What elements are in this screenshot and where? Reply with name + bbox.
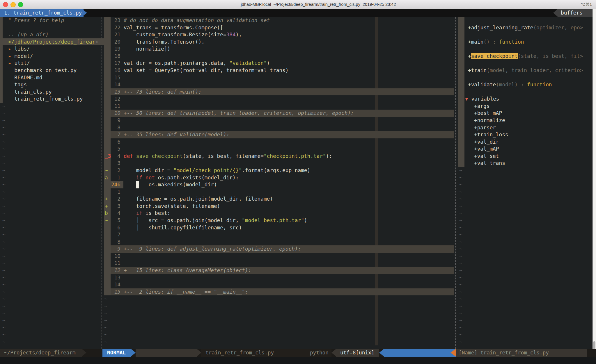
statusline-cwd: ~/Projects/deep_firearm [0,349,82,357]
code-line[interactable]: ~5 │ src = os.path.join(model_dir, "mode… [104,217,454,224]
code-line[interactable]: 11 [104,103,454,110]
tree-item[interactable]: benchmark_on_test.py [0,67,110,74]
code-line[interactable]: 7 [104,231,454,238]
code-line[interactable]: +2 filename = os.path.join(model_dir, fi… [104,195,454,203]
code-line[interactable]: 3 [104,160,454,167]
code-line[interactable]: 22val_trans = transforms.Compose([ [104,24,454,31]
fold-line[interactable]: 13+-- 73 lines: def main(): [104,88,454,96]
tag-item[interactable]: +adjust_learning_rate(optimizer, epo> [457,24,596,31]
tag-item[interactable] [457,31,596,38]
tag-item[interactable]: +parser [457,124,596,131]
code-line[interactable]: 14 [104,281,454,288]
sign-column-mark: + [105,195,108,203]
empty-line-tilde: ~ [0,195,104,203]
empty-line-tilde: ~ [0,203,104,210]
tree-item[interactable]: ▸ libs/ [0,45,110,53]
empty-line-tilde: ~ [457,210,594,217]
code-line[interactable]: 8 [104,238,454,246]
code-line[interactable]: 20 transforms.ToTensor(), [104,38,454,46]
fold-line[interactable]: 15+-- 2 lines: if __name__ == "__main__"… [104,288,454,296]
tag-item[interactable] [457,74,596,81]
empty-line-tilde: ~ [0,231,104,238]
line-number: 4 [111,210,120,217]
code-line[interactable]: 1 [104,188,454,196]
tree-item[interactable]: </jdhao/Projects/deep_firear> [0,38,110,46]
empty-line-tilde: ~ [0,260,104,267]
tag-item[interactable]: +val_dir [457,138,596,146]
empty-line-tilde: ~ [457,203,594,210]
tag-item[interactable]: ▼ variables [457,95,596,103]
code-line[interactable]: 12 [104,95,454,103]
tag-item[interactable]: +save_checkpoint(state, is_best, fil> [457,53,596,60]
window-separator-right[interactable] [455,17,456,349]
tag-item[interactable]: +val_set [457,153,596,160]
code-line[interactable]: 15 [104,74,454,81]
command-line[interactable] [0,357,596,364]
current-line-number: 246 [104,181,123,188]
fold-line[interactable]: 12+-- 15 lines: class AverageMeter(objec… [104,267,454,274]
tree-item[interactable] [0,24,110,31]
empty-line-tilde: ~ [0,303,104,310]
line-number: 3 [111,203,120,210]
code-line[interactable]: +3 torch.save(state, filename) [104,203,454,210]
tag-item[interactable] [457,17,596,24]
code-line[interactable]: 6 │ shutil.copyfile(filename, src) [104,224,454,231]
empty-line-tilde: ~ [0,338,104,346]
tree-item[interactable]: .. (up a dir) [0,31,110,38]
code-line[interactable]: a1 if not os.path.exists(model_dir): [104,174,454,181]
tag-item[interactable]: +val_trans [457,160,596,167]
tag-item[interactable]: +args [457,103,596,110]
tree-item[interactable]: tags [0,81,110,88]
code-line[interactable]: 11 [104,260,454,267]
mode-indicator: NORMAL [102,349,131,357]
tree-item[interactable]: README.md [0,74,110,81]
tree-item[interactable]: train_cls.py [0,88,110,96]
tree-item[interactable]: " Press ? for help [0,17,110,24]
code-line[interactable]: 13 [104,274,454,281]
tag-item[interactable]: +best_mAP [457,110,596,117]
filetype-label: python [303,349,331,357]
empty-line-tilde: ~ [457,274,594,281]
code-line[interactable]: 6 [104,138,454,146]
tag-item[interactable]: +val_mAP [457,145,596,153]
tab-train-retr-from-cls[interactable]: 1. train_retr_from_cls.py [0,9,84,17]
code-line[interactable]: ~2 model_dir = "model/check_point/{}".fo… [104,167,454,174]
tag-item[interactable]: +train_loss [457,131,596,138]
line-number: 23 [111,17,120,24]
code-line[interactable]: 8 [104,124,454,131]
empty-line-tilde: ~ [0,181,104,188]
fold-line[interactable]: 7+-- 35 lines: def validate(model): [104,131,454,138]
tag-item[interactable] [457,60,596,67]
code-line[interactable]: 19 normalize]) [104,45,454,53]
tree-item[interactable]: ▸ util/ [0,60,110,67]
fold-line[interactable]: 9+-- 9 lines: def adjust_learning_rate(o… [104,245,454,253]
code-line[interactable]: 23# do not do data augmentation on valid… [104,17,454,24]
line-number: 11 [111,103,120,110]
code-line[interactable]: 14 [104,81,454,88]
tag-item[interactable]: +validate(model) : function [457,81,596,88]
line-number: 16 [111,67,120,74]
tree-item[interactable]: ▸ model/ [0,53,110,60]
empty-line-tilde: ~ [457,331,594,338]
code-line[interactable]: 18 [104,53,454,60]
tag-item[interactable] [457,88,596,96]
code-line[interactable]: 16val_set = QuerySet(root=val_dir, trans… [104,67,454,74]
line-number: 2 [111,167,120,174]
code-line[interactable]: _34def save_checkpoint(state, is_best, f… [104,153,454,160]
tag-item[interactable] [457,45,596,53]
code-line[interactable]: 5 [104,145,454,153]
line-number: 5 [111,145,120,153]
fold-line[interactable]: 10+-- 50 lines: def train(model, train_l… [104,110,454,117]
line-number: 2 [111,195,120,203]
tag-item[interactable]: +main() : function [457,38,596,46]
tag-item[interactable]: +train(model, train_loader, criterio> [457,67,596,74]
code-line[interactable]: b4 if is_best: [104,210,454,217]
code-line[interactable]: 246 os.makedirs(model_dir) [104,181,454,188]
tree-item[interactable]: train_retr_from_cls.py [0,95,110,103]
code-line[interactable]: 9 [104,117,454,124]
code-line[interactable]: 10 [104,253,454,260]
tag-item[interactable]: +normalize [457,117,596,124]
code-line[interactable]: 17val_dir = os.path.join(args.data, "val… [104,60,454,67]
sign-column-mark: a [105,174,108,181]
code-line[interactable]: 21 custom_transform.Resize(size=384), [104,31,454,38]
